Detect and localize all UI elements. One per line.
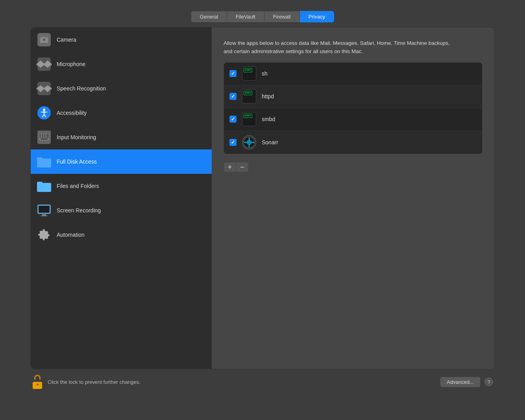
right-buttons: Advanced... ? (440, 377, 493, 387)
sonarr-icon (242, 135, 256, 149)
description-text: Allow the apps below to access data like… (224, 39, 452, 56)
microphone-label: Microphone (57, 61, 85, 67)
checkbox-smbd[interactable] (229, 116, 237, 123)
tab-filevault[interactable]: FileVault (227, 11, 264, 22)
svg-rect-26 (41, 216, 48, 216)
advanced-button[interactable]: Advanced... (440, 377, 481, 387)
sidebar-item-full-disk-access[interactable]: Full Disk Access (31, 149, 212, 174)
lock-text: Click the lock to prevent further change… (48, 379, 140, 385)
app-row-sh: exec sh (224, 63, 482, 85)
checkbox-sonarr[interactable] (229, 139, 237, 146)
svg-rect-10 (39, 134, 41, 136)
sidebar: Camera (31, 28, 212, 369)
camera-icon (37, 33, 51, 47)
camera-label: Camera (57, 37, 76, 43)
speech-icon (37, 81, 51, 96)
speech-recognition-label: Speech Recognition (57, 85, 106, 92)
svg-rect-0 (40, 37, 48, 43)
screen-recording-label: Screen Recording (57, 207, 101, 214)
app-name-smbd: smbd (262, 116, 275, 122)
svg-rect-18 (41, 138, 48, 140)
sidebar-item-screen-recording[interactable]: Screen Recording (31, 198, 212, 223)
app-name-httpd: httpd (262, 93, 274, 99)
remove-app-button[interactable]: − (236, 162, 249, 172)
svg-rect-24 (39, 206, 50, 213)
svg-rect-15 (42, 136, 43, 138)
svg-rect-12 (44, 134, 46, 136)
lock-section: Click the lock to prevent further change… (32, 375, 140, 389)
accessibility-label: Accessibility (57, 110, 87, 116)
tab-firewall[interactable]: Firewall (264, 11, 300, 22)
svg-rect-20 (37, 157, 43, 160)
svg-rect-13 (46, 134, 49, 136)
svg-rect-17 (46, 136, 49, 138)
lock-icon[interactable] (32, 375, 43, 389)
checkbox-sh[interactable] (229, 70, 237, 77)
app-name-sonarr: Sonarr (262, 139, 278, 146)
full-disk-access-label: Full Disk Access (57, 158, 97, 165)
svg-point-2 (43, 39, 45, 41)
sidebar-item-files-and-folders[interactable]: Files and Folders (31, 174, 212, 198)
keyboard-icon (37, 130, 51, 144)
svg-rect-11 (42, 134, 43, 136)
svg-point-31 (248, 142, 250, 143)
files-and-folders-icon (37, 179, 51, 193)
checkbox-httpd[interactable] (229, 93, 237, 100)
bottom-bar: Click the lock to prevent further change… (30, 375, 495, 389)
automation-label: Automation (57, 232, 85, 238)
sidebar-item-microphone[interactable]: Microphone (31, 52, 212, 76)
svg-rect-14 (39, 136, 41, 138)
apps-list: exec sh exec httpd exec smbd (224, 62, 482, 154)
input-monitoring-label: Input Monitoring (57, 134, 96, 140)
action-buttons: + − (224, 162, 482, 172)
full-disk-access-icon (37, 155, 51, 169)
exec-icon-sh: exec (242, 66, 256, 81)
microphone-icon (37, 57, 51, 71)
svg-line-7 (42, 114, 44, 117)
main-panel: Camera (30, 27, 495, 369)
files-and-folders-label: Files and Folders (57, 183, 99, 189)
tab-privacy[interactable]: Privacy (300, 11, 335, 22)
automation-icon (37, 228, 51, 242)
help-button[interactable]: ? (484, 378, 493, 386)
tab-bar: General FileVault Firewall Privacy (191, 11, 334, 22)
svg-point-1 (43, 39, 46, 42)
svg-rect-3 (42, 36, 44, 38)
sidebar-item-accessibility[interactable]: Accessibility (31, 101, 212, 125)
screen-recording-icon (37, 203, 51, 217)
sidebar-item-input-monitoring[interactable]: Input Monitoring (31, 125, 212, 149)
add-app-button[interactable]: + (224, 162, 236, 172)
app-row-smbd: exec smbd (224, 108, 482, 131)
sidebar-item-automation[interactable]: Automation (31, 223, 212, 247)
accessibility-icon (37, 106, 51, 120)
tab-general[interactable]: General (191, 11, 227, 22)
sidebar-item-camera[interactable]: Camera (31, 28, 212, 52)
sidebar-item-speech-recognition[interactable]: Speech Recognition (31, 76, 212, 101)
exec-icon-smbd: exec (242, 112, 256, 126)
content-area: Allow the apps below to access data like… (212, 28, 494, 369)
svg-point-4 (43, 109, 45, 111)
exec-icon-httpd: exec (242, 89, 256, 103)
svg-line-8 (44, 114, 46, 117)
svg-rect-16 (44, 136, 46, 138)
app-row-sonarr: Sonarr (224, 131, 482, 154)
app-row-httpd: exec httpd (224, 85, 482, 108)
svg-rect-22 (37, 182, 43, 185)
app-name-sh: sh (262, 70, 268, 77)
